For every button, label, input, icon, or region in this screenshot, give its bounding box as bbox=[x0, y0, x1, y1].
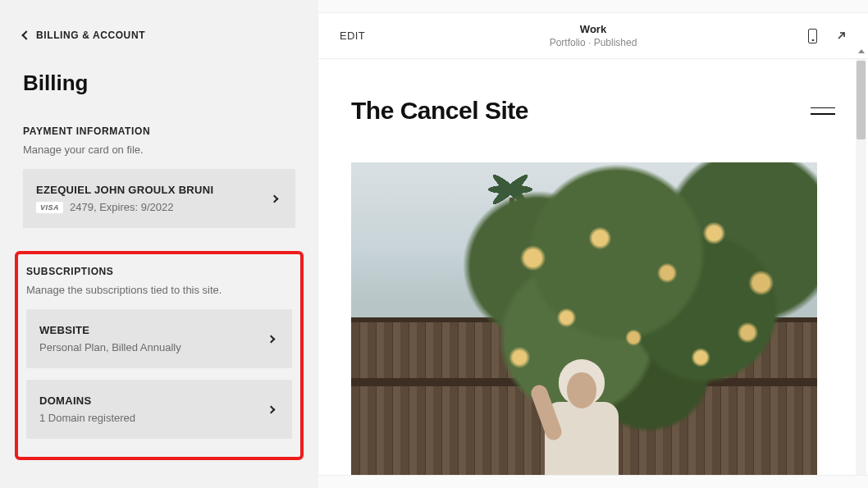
chevron-right-icon bbox=[271, 194, 279, 203]
preview-title: Work bbox=[550, 23, 637, 35]
subscriptions-highlight: SUBSCRIPTIONS Manage the subscriptions t… bbox=[15, 251, 304, 460]
subscriptions-header: SUBSCRIPTIONS bbox=[26, 266, 292, 277]
preview-header: EDIT Work Portfolio · Published bbox=[318, 13, 868, 59]
payment-card[interactable]: EZEQUIEL JOHN GROULX BRUNI VISA 2479, Ex… bbox=[23, 169, 295, 228]
subscription-title: DOMAINS bbox=[39, 395, 268, 407]
subscription-title: WEBSITE bbox=[39, 324, 268, 336]
payment-sub: Manage your card on file. bbox=[23, 144, 295, 156]
scrollbar[interactable] bbox=[856, 59, 866, 475]
scroll-up-icon[interactable] bbox=[858, 49, 865, 53]
preview-surface: EDIT Work Portfolio · Published The Canc… bbox=[318, 13, 868, 475]
payment-header: PAYMENT INFORMATION bbox=[23, 125, 295, 137]
payment-section: PAYMENT INFORMATION Manage your card on … bbox=[0, 125, 318, 228]
hero-image: People bbox=[351, 162, 817, 475]
edit-button[interactable]: EDIT bbox=[340, 30, 365, 42]
mobile-icon[interactable] bbox=[808, 29, 817, 43]
menu-icon[interactable] bbox=[811, 107, 835, 115]
hero-caption: People bbox=[546, 472, 622, 475]
subscription-sub: Personal Plan, Billed Annually bbox=[39, 341, 268, 353]
scrollbar-thumb[interactable] bbox=[857, 61, 866, 139]
preview-pane: EDIT Work Portfolio · Published The Canc… bbox=[318, 0, 868, 488]
subscription-sub: 1 Domain registered bbox=[39, 412, 268, 424]
visa-badge: VISA bbox=[36, 202, 63, 213]
subscription-domains[interactable]: DOMAINS 1 Domain registered bbox=[26, 380, 292, 439]
preview-subtitle: Portfolio · Published bbox=[550, 37, 637, 48]
external-link-icon[interactable] bbox=[835, 30, 847, 42]
preview-title-wrap: Work Portfolio · Published bbox=[550, 23, 637, 48]
back-link[interactable]: BILLING & ACCOUNT bbox=[0, 0, 318, 41]
chevron-left-icon bbox=[21, 30, 30, 39]
site-title: The Cancel Site bbox=[351, 97, 528, 125]
site-header: The Cancel Site bbox=[351, 97, 835, 125]
card-holder: EZEQUIEL JOHN GROULX BRUNI bbox=[36, 184, 272, 196]
subscriptions-sub: Manage the subscriptions tied to this si… bbox=[26, 284, 292, 296]
billing-sidebar: BILLING & ACCOUNT Billing PAYMENT INFORM… bbox=[0, 0, 318, 488]
site-content[interactable]: The Cancel Site People bbox=[318, 59, 868, 475]
card-detail: 2479, Expires: 9/2022 bbox=[70, 201, 173, 213]
subscription-website[interactable]: WEBSITE Personal Plan, Billed Annually bbox=[26, 309, 292, 368]
chevron-right-icon bbox=[267, 405, 276, 413]
chevron-right-icon bbox=[267, 335, 276, 343]
page-title: Billing bbox=[0, 71, 318, 96]
back-label: BILLING & ACCOUNT bbox=[36, 30, 145, 41]
